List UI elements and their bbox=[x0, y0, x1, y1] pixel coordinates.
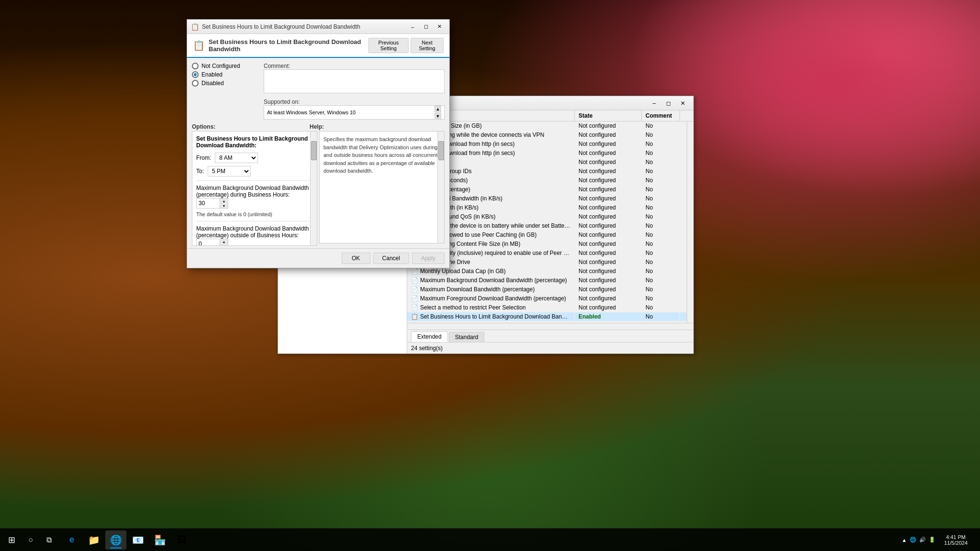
taskbar-app-file-explorer[interactable]: 📁 bbox=[83, 530, 104, 550]
radio-not-configured[interactable]: Not Configured bbox=[192, 63, 259, 69]
radio-disabled[interactable]: Disabled bbox=[192, 80, 259, 87]
taskbar-app-photos[interactable]: 🖼 bbox=[171, 530, 192, 550]
supported-scroll-up[interactable]: ▲ bbox=[434, 106, 441, 112]
tab-extended[interactable]: Extended bbox=[411, 331, 448, 342]
setting-state: Not configured bbox=[575, 121, 642, 130]
setting-state: Not configured bbox=[575, 185, 642, 194]
setting-comment: No bbox=[642, 231, 680, 239]
tray-arrow-icon[interactable]: ▲ bbox=[902, 537, 907, 543]
setting-comment: No bbox=[642, 176, 680, 185]
previous-setting-button[interactable]: Previous Setting bbox=[368, 38, 409, 53]
setting-name: 📄Maximum Background Download Bandwidth (… bbox=[407, 276, 575, 285]
help-scrollbar[interactable] bbox=[437, 132, 444, 243]
radio-enabled[interactable]: Enabled bbox=[192, 71, 259, 78]
setting-comment: No bbox=[642, 276, 680, 285]
show-desktop-button[interactable] bbox=[972, 529, 976, 551]
radio-circle-not-configured bbox=[192, 63, 199, 69]
tab-standard[interactable]: Standard bbox=[449, 332, 485, 342]
horizontal-scrollbar[interactable] bbox=[407, 323, 693, 330]
max-outside-input[interactable] bbox=[197, 239, 220, 246]
comment-textarea[interactable] bbox=[264, 69, 445, 93]
setting-state: Not configured bbox=[575, 167, 642, 176]
setting-name: 📋Set Business Hours to Limit Background … bbox=[407, 312, 575, 321]
taskbar-right: ▲ 🌐 🔊 🔋 4:41 PM 11/5/2024 bbox=[898, 529, 980, 551]
supported-scroll-down[interactable]: ▼ bbox=[434, 113, 441, 120]
gpo-status-bar: 24 setting(s) bbox=[407, 342, 693, 353]
setting-comment: No bbox=[642, 131, 680, 139]
column-header-state[interactable]: State bbox=[575, 110, 642, 121]
setting-comment: No bbox=[642, 194, 680, 203]
network-icon[interactable]: 🌐 bbox=[910, 537, 916, 543]
table-row[interactable]: 📄Select a method to restrict Peer Select… bbox=[407, 303, 687, 312]
setting-state: Not configured bbox=[575, 285, 642, 294]
setting-comment: No bbox=[642, 285, 680, 294]
radio-label-enabled: Enabled bbox=[201, 71, 223, 78]
options-help-section: Options: Help: Set Business Hours to Lim… bbox=[192, 123, 445, 243]
gpo-close-button[interactable]: ✕ bbox=[676, 98, 690, 109]
task-view-button[interactable]: ⧉ bbox=[38, 529, 59, 551]
gpo-list-header: Setting State Comment bbox=[407, 110, 693, 121]
column-header-comment[interactable]: Comment bbox=[642, 110, 680, 121]
default-text: The default value is 0 (unlimited) bbox=[196, 211, 313, 217]
apply-button[interactable]: Apply bbox=[412, 253, 445, 264]
taskbar-clock[interactable]: 4:41 PM 11/5/2024 bbox=[941, 529, 970, 551]
to-select[interactable]: 5 PM 6 PM 4 PM bbox=[208, 166, 251, 176]
photos-icon: 🖼 bbox=[177, 534, 187, 545]
setting-comment: No bbox=[642, 149, 680, 157]
dialog-title-text: Set Business Hours to Limit Background D… bbox=[202, 23, 403, 30]
max-outside-value-row: ▲ ▼ bbox=[196, 239, 313, 246]
max-bg-input[interactable] bbox=[197, 198, 220, 208]
vertical-scrollbar[interactable] bbox=[687, 121, 693, 323]
cancel-button[interactable]: Cancel bbox=[373, 253, 409, 264]
taskbar-app-mail[interactable]: 📧 bbox=[127, 530, 148, 550]
radio-circle-enabled bbox=[192, 71, 199, 78]
battery-icon[interactable]: 🔋 bbox=[929, 537, 935, 543]
table-row-selected[interactable]: 📋Set Business Hours to Limit Background … bbox=[407, 312, 687, 321]
max-bg-label-row: Maximum Background Download Bandwidth (p… bbox=[196, 185, 313, 198]
spinner-up[interactable]: ▲ bbox=[220, 198, 228, 203]
dialog-header-icon: 📋 bbox=[193, 40, 205, 51]
max-bg-spinner[interactable]: ▲ ▼ bbox=[196, 198, 228, 209]
volume-icon[interactable]: 🔊 bbox=[919, 537, 926, 543]
setting-state: Not configured bbox=[575, 149, 642, 157]
setting-comment: No bbox=[642, 303, 680, 312]
dialog-close-button[interactable]: ✕ bbox=[433, 22, 445, 32]
search-button[interactable]: ○ bbox=[23, 529, 38, 551]
setting-comment: No bbox=[642, 312, 680, 321]
dialog-header: 📋 Set Business Hours to Limit Background… bbox=[187, 34, 449, 58]
taskbar-app-store[interactable]: 🏪 bbox=[149, 530, 170, 550]
next-setting-button[interactable]: Next Setting bbox=[411, 38, 444, 53]
to-row: To: 5 PM 6 PM 4 PM bbox=[196, 166, 313, 176]
max-outside-label-row: Maximum Background Download Bandwidth (p… bbox=[196, 225, 313, 239]
gpo-maximize-button[interactable]: ◻ bbox=[662, 98, 675, 109]
radio-label-disabled: Disabled bbox=[201, 80, 224, 87]
setting-comment: No bbox=[642, 249, 680, 257]
from-select[interactable]: 8 AM 9 AM 7 AM bbox=[215, 153, 258, 163]
spinner-down-2[interactable]: ▼ bbox=[220, 244, 228, 246]
max-bg-value-row: ▲ ▼ bbox=[196, 198, 313, 209]
dialog-maximize-button[interactable]: ◻ bbox=[420, 22, 432, 32]
ok-button[interactable]: OK bbox=[342, 253, 370, 264]
taskbar-app-ie[interactable]: 🌐 bbox=[105, 530, 126, 550]
desktop: 🖥 Local Group Policy Editor – ◻ ✕ ▷ 📁 De… bbox=[0, 0, 980, 551]
options-scroll-thumb[interactable] bbox=[311, 141, 317, 160]
table-row[interactable]: 📄Maximum Foreground Download Bandwidth (… bbox=[407, 294, 687, 303]
max-outside-spinner[interactable]: ▲ ▼ bbox=[196, 239, 228, 246]
system-tray: ▲ 🌐 🔊 🔋 bbox=[898, 529, 939, 551]
start-button[interactable]: ⊞ bbox=[0, 529, 23, 551]
spinner-up-2[interactable]: ▲ bbox=[220, 239, 228, 244]
options-scrollbar[interactable] bbox=[310, 132, 317, 245]
dialog-footer: OK Cancel Apply bbox=[187, 248, 449, 268]
dialog-nav-buttons: Previous Setting Next Setting bbox=[368, 38, 444, 53]
supported-value-box: At least Windows Server, Windows 10 ▲ ▼ bbox=[264, 105, 445, 120]
dialog-minimize-button[interactable]: – bbox=[406, 22, 419, 32]
taskbar-app-edge[interactable]: e bbox=[61, 530, 82, 550]
help-section-label: Help: bbox=[310, 123, 324, 130]
spinner-down[interactable]: ▼ bbox=[220, 203, 228, 208]
options-panel: Set Business Hours to Limit Background D… bbox=[192, 131, 317, 246]
help-scroll-thumb[interactable] bbox=[438, 141, 444, 160]
gpo-minimize-button[interactable]: – bbox=[647, 98, 661, 109]
comment-label: Comment: bbox=[264, 63, 445, 69]
table-row[interactable]: 📄Maximum Background Download Bandwidth (… bbox=[407, 276, 687, 285]
table-row[interactable]: 📄Maximum Download Bandwidth (percentage)… bbox=[407, 285, 687, 294]
